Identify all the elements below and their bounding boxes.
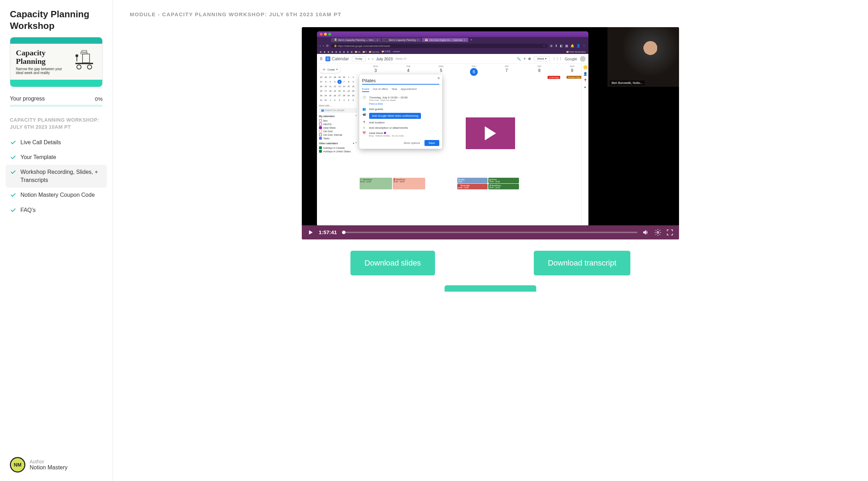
author-name: Notion Mastery [30, 464, 68, 471]
progress-label: Your progress [10, 96, 45, 102]
svg-point-8 [657, 231, 659, 233]
check-icon [10, 192, 16, 198]
chevron-left-icon: ‹ [368, 57, 369, 61]
course-thumbnail-card: Capacity Planning Narrow the gap between… [10, 37, 103, 87]
nav-item-faqs[interactable]: FAQ's [6, 203, 107, 218]
nav-label: Notion Mastery Coupon Code [20, 191, 95, 199]
bookmarks-bar: ◉◉◉◉◉◉◉◉◉ 📁 oki 📁 ff 📁 courses 📁 日本語 unt… [317, 49, 588, 54]
progress-bar [10, 105, 103, 107]
svg-point-6 [75, 54, 78, 57]
author-avatar: NM [10, 457, 25, 473]
nav-item-recording[interactable]: Workshop Recording, Slides, + Transcript… [6, 165, 107, 188]
plus-icon [322, 67, 326, 72]
mac-window-chrome [317, 31, 588, 37]
add-meet-button: Add Google Meet video conferencing [369, 113, 421, 119]
author-label: Author [30, 459, 68, 464]
download-transcript-button[interactable]: Download transcript [534, 251, 630, 275]
create-button: Create ▾ [319, 66, 341, 73]
fullscreen-icon[interactable] [666, 229, 673, 236]
volume-icon[interactable] [642, 229, 649, 236]
lesson-nav: Live Call Details Your Template Workshop… [6, 135, 107, 218]
check-icon [10, 154, 16, 160]
svg-rect-5 [82, 50, 87, 52]
seek-bar[interactable] [342, 232, 637, 233]
gcal-sidebar: Create ▾ 25262728293012 273456789 281011… [317, 64, 359, 227]
progress-row: Your progress 0% [6, 96, 107, 102]
check-icon [10, 207, 16, 213]
browser-tab: 📗Ben's Capacity Planning — Wor...× [331, 38, 381, 42]
svg-point-1 [77, 65, 81, 69]
browser-address-row: ‹›⟳ 🔒 https://calendar.google.com/calend… [317, 43, 588, 49]
gcal-side-panel: 🟡 👤 📍 + [581, 64, 588, 227]
svg-point-2 [87, 65, 92, 69]
nav-label: Your Template [20, 153, 56, 161]
event-create-dialog: × Event Out of office Task Appointment 🕐… [359, 74, 442, 149]
nav-label: Workshop Recording, Slides, + Transcript… [20, 168, 103, 184]
more-options: More options [402, 140, 421, 146]
video-screenshot: 📗Ben's Capacity Planning — Wor...× ⬛Ben'… [317, 31, 588, 227]
play-button-overlay[interactable] [466, 117, 515, 149]
month-label: July 2023 [376, 57, 393, 61]
help-icon: ? [524, 57, 525, 61]
view-selector: Week ▾ [534, 56, 550, 61]
nav-item-template[interactable]: Your Template [6, 150, 107, 165]
nav-label: FAQ's [20, 206, 36, 214]
address-bar: 🔒 https://calendar.google.com/calendar/u… [331, 44, 548, 48]
progress-value: 0% [95, 96, 103, 102]
presenter-webcam: Ben Borowski, Notio... [607, 27, 679, 87]
browser-tabs: 📗Ben's Capacity Planning — Wor...× ⬛Ben'… [317, 37, 588, 43]
check-icon [10, 139, 16, 146]
download-slides-button[interactable]: Download slides [350, 251, 435, 275]
account-avatar [580, 56, 586, 62]
hamburger-icon: ☰ [320, 57, 323, 61]
partial-button-row [130, 285, 851, 292]
play-icon[interactable] [307, 229, 314, 236]
section-label: CAPACITY PLANNING WORKSHOP: JULY 6TH 202… [6, 117, 107, 130]
author-row: NM Author Notion Mastery [6, 457, 107, 473]
nav-label: Live Call Details [20, 139, 61, 146]
video-control-bar: 1:57:41 [302, 225, 679, 239]
card-illustration [72, 49, 97, 73]
event-title-input [362, 77, 439, 85]
gear-icon[interactable] [654, 229, 661, 236]
module-heading: MODULE - CAPACITY PLANNING WORKSHOP: JUL… [130, 11, 851, 17]
save-button: Save [424, 140, 439, 146]
nav-item-coupon[interactable]: Notion Mastery Coupon Code [6, 188, 107, 202]
search-icon: 🔍 [517, 57, 521, 61]
gear-icon: ⚙ [528, 57, 531, 61]
download-buttons-row: Download slides Download transcript [130, 251, 851, 275]
main-content: MODULE - CAPACITY PLANNING WORKSHOP: JUL… [113, 0, 868, 481]
card-subtitle: Narrow the gap between your ideal week a… [16, 67, 68, 75]
sidebar: Capacity Planning Workshop Capacity Plan… [0, 0, 113, 481]
play-icon [485, 126, 496, 140]
nav-item-live-call[interactable]: Live Call Details [6, 135, 107, 150]
browser-tab-active: 📅Oki Doki Digital Inc - Calendar× [422, 38, 468, 42]
svg-rect-3 [82, 54, 90, 63]
apps-icon: ⋮⋮⋮ [552, 57, 562, 61]
partial-button[interactable] [445, 285, 536, 292]
presenter-name: Ben Borowski, Notio... [610, 80, 645, 85]
gcal-logo: 6 Calendar [325, 56, 349, 61]
chevron-right-icon: › [372, 57, 373, 61]
mini-calendar: 25262728293012 273456789 281011121314151… [319, 75, 357, 102]
video-duration: 1:57:41 [319, 229, 337, 235]
video-player: 📗Ben's Capacity Planning — Wor...× ⬛Ben'… [302, 27, 679, 239]
card-title: Capacity Planning [16, 49, 68, 66]
gcal-header: ☰ 6 Calendar Today ‹ › July 2023 Week 27… [317, 54, 588, 64]
check-icon [10, 169, 16, 175]
browser-tab: ⬛Ben's Capacity Planning× [382, 38, 422, 42]
course-title: Capacity Planning Workshop [6, 8, 107, 31]
close-icon: × [438, 76, 440, 81]
google-brand: Google [565, 57, 577, 61]
today-button: Today [352, 56, 366, 61]
